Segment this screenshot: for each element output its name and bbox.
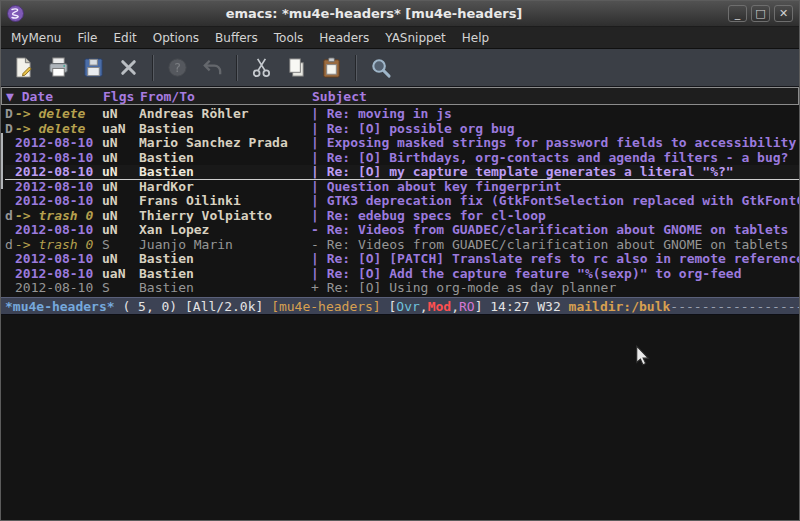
menu-item-file[interactable]: File [69, 28, 105, 48]
menu-item-yasnippet[interactable]: YASnippet [377, 28, 454, 48]
header-line: ▼ Date Flgs From/To Subject [1, 87, 799, 105]
save-button[interactable] [78, 52, 109, 83]
message-marker: D [5, 107, 15, 122]
message-date: 2012-08-10 [15, 296, 102, 298]
message-marker [5, 296, 15, 298]
message-marker [5, 194, 15, 209]
message-date: -> trash 0 [15, 238, 102, 253]
message-flags: uN [102, 252, 139, 267]
message-row[interactable]: 2012-08-10SMichael Welle \ Re: [O] Using… [5, 296, 799, 298]
header-col-from[interactable]: From/To [140, 89, 312, 104]
message-marker [5, 281, 15, 296]
message-marker [5, 267, 15, 282]
cut-button[interactable] [246, 52, 277, 83]
save-icon [82, 56, 105, 79]
copy-button[interactable] [281, 52, 312, 83]
copy-icon [285, 56, 308, 79]
message-date: 2012-08-10 [15, 252, 102, 267]
menu-item-help[interactable]: Help [454, 28, 497, 48]
message-subject: | Re: edebug specs for cl-loop [311, 209, 799, 224]
header-col-flags[interactable]: Flgs [103, 89, 140, 104]
modeline-fill: ----------------------------------------… [670, 299, 799, 314]
close-button[interactable]: ✕ [774, 5, 793, 22]
new-file-icon [12, 56, 35, 79]
modeline-plain: 14:27 W32 [490, 299, 568, 314]
echo-area [1, 315, 799, 520]
minimize-button[interactable]: _ [728, 5, 747, 22]
message-row[interactable]: 2012-08-10uNHardKor| Question about key … [5, 180, 799, 195]
emacs-icon [7, 5, 24, 22]
message-flags: uN [102, 165, 139, 179]
message-subject: | Re: [O] my capture template generates … [311, 165, 799, 179]
message-marker [5, 223, 15, 238]
message-from: Bastien [139, 267, 311, 282]
message-marker [5, 136, 15, 151]
modeline-mode: [mu4e-headers] [271, 299, 381, 314]
message-row[interactable]: d-> trash 0SJuanjo Marin- Re: Videos fro… [5, 238, 799, 253]
menu-bar: MyMenuFileEditOptionsBuffersToolsHeaders… [1, 27, 799, 49]
tool-bar: ? [1, 49, 799, 87]
menu-item-headers[interactable]: Headers [311, 28, 377, 48]
search-button[interactable] [365, 52, 396, 83]
message-row[interactable]: 2012-08-10uNXan Lopez- Re: Videos from G… [5, 223, 799, 238]
message-flags: uN [102, 136, 139, 151]
message-list: D-> deleteuNAndreas Röhler| Re: moving i… [5, 107, 799, 297]
message-date: 2012-08-10 [15, 223, 102, 238]
message-subject: | Re: moving in js [311, 107, 799, 122]
modeline-ro: RO [459, 299, 475, 314]
modeline-ovr: Ovr [396, 299, 419, 314]
scrollbar-thumb[interactable] [1, 133, 3, 189]
undo-button [197, 52, 228, 83]
menu-item-buffers[interactable]: Buffers [207, 28, 266, 48]
menu-item-mymenu[interactable]: MyMenu [3, 28, 69, 48]
message-marker: d [5, 209, 15, 224]
message-from: Andreas Röhler [139, 107, 311, 122]
message-subject: - Re: Videos from GUADEC/clarification a… [311, 238, 799, 253]
message-date: 2012-08-10 [15, 180, 102, 195]
modeline-plain: [ [381, 299, 397, 314]
menu-item-tools[interactable]: Tools [266, 28, 312, 48]
message-row[interactable]: 2012-08-10uNBastien| Re: [O] [PATCH] Tra… [5, 252, 799, 267]
message-row[interactable]: 2012-08-10uNMario Sanchez Prada| Exposin… [5, 136, 799, 151]
window-controls: _□✕ [724, 5, 793, 22]
message-marker [5, 252, 15, 267]
mode-line: *mu4e-headers* ( 5, 0) [All/2.0k] [mu4e-… [1, 297, 799, 315]
header-col-date[interactable]: ▼ Date [6, 89, 103, 104]
maximize-button[interactable]: □ [751, 5, 770, 22]
message-flags: S [102, 281, 139, 296]
message-subject: | Re: [O] [PATCH] Translate refs to rc a… [311, 252, 799, 267]
message-date: 2012-08-10 [15, 281, 102, 296]
message-marker [5, 151, 15, 166]
modeline-plain: , [451, 299, 459, 314]
message-subject: \ Re: [O] Using org-mode as day planner [311, 296, 799, 298]
message-subject: - Re: Videos from GUADEC/clarification a… [311, 223, 799, 238]
message-row[interactable]: D-> deleteuNAndreas Röhler| Re: moving i… [5, 107, 799, 122]
toolbar-separator [152, 55, 154, 81]
window-title: emacs: *mu4e-headers* [mu4e-headers] [24, 6, 724, 21]
modeline-buffer: *mu4e-headers* [5, 299, 115, 314]
message-row-current[interactable]: 2012-08-10uNBastien| Re: [O] my capture … [5, 165, 799, 180]
paste-button[interactable] [316, 52, 347, 83]
new-file-button[interactable] [8, 52, 39, 83]
modeline-mod: Mod [428, 299, 451, 314]
message-from: Bastien [139, 165, 311, 179]
menu-item-edit[interactable]: Edit [106, 28, 145, 48]
message-row[interactable]: 2012-08-10SBastien+ Re: [O] Using org-mo… [5, 281, 799, 296]
message-row[interactable]: d-> trash 0uNThierry Volpiatto| Re: edeb… [5, 209, 799, 224]
close-button[interactable] [113, 52, 144, 83]
menu-item-options[interactable]: Options [145, 28, 207, 48]
modeline-plain: ( 5, 0) [All/2.0k] [115, 299, 272, 314]
message-subject: | Re: [O] possible org bug [311, 122, 799, 137]
message-flags: uaN [102, 122, 139, 137]
message-row[interactable]: 2012-08-10uNFrans Oilinki| GTK3 deprecat… [5, 194, 799, 209]
header-col-subject[interactable]: Subject [312, 89, 798, 104]
message-row[interactable]: 2012-08-10uNBastien| Re: [O] Birthdays, … [5, 151, 799, 166]
message-from: Bastien [139, 151, 311, 166]
print-button[interactable] [43, 52, 74, 83]
message-date: 2012-08-10 [15, 136, 102, 151]
paste-icon [320, 56, 343, 79]
message-subject: + Re: [O] Using org-mode as day planner [311, 281, 799, 296]
message-date: -> delete [15, 107, 102, 122]
message-row[interactable]: D-> deleteuaNBastien| Re: [O] possible o… [5, 122, 799, 137]
message-row[interactable]: 2012-08-10uaNBastien| Re: [O] Add the ca… [5, 267, 799, 282]
